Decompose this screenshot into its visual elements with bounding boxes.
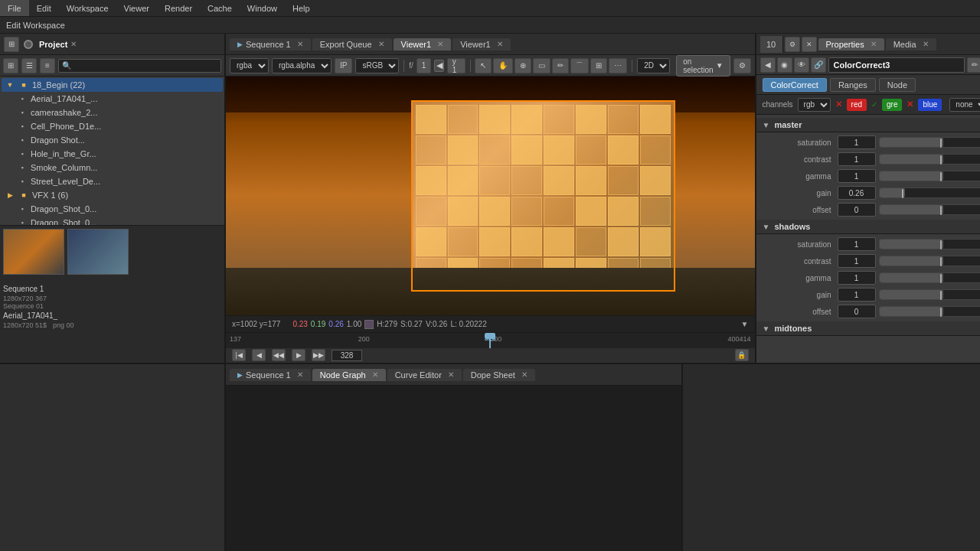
offset-input[interactable] xyxy=(838,203,876,217)
on-selection-btn[interactable]: on selection ▼ xyxy=(676,55,730,77)
tab-viewer1b[interactable]: Viewer1 ✕ xyxy=(452,38,511,51)
menu-workspace[interactable]: Workspace xyxy=(59,0,116,16)
contrast-input[interactable] xyxy=(838,152,876,166)
shadows-contrast-input[interactable] xyxy=(838,254,876,268)
timeline-ruler[interactable]: 137 200 300 400414 328 xyxy=(226,333,755,348)
menu-viewer[interactable]: Viewer xyxy=(116,0,157,16)
shadows-offset-input[interactable] xyxy=(838,305,876,318)
go-start-btn[interactable]: |◀ xyxy=(232,349,246,361)
btab-ds-close[interactable]: ✕ xyxy=(521,370,528,379)
props-icon1[interactable]: ⚙ xyxy=(785,37,800,52)
viewer-content[interactable] xyxy=(226,77,755,315)
gamma-slider[interactable] xyxy=(879,171,980,181)
frame-nav-left[interactable]: ◀ xyxy=(434,60,443,72)
props-back-btn[interactable]: ◀ xyxy=(760,57,776,73)
tab-export-queue[interactable]: Export Queue ✕ xyxy=(312,38,392,51)
view-mode-select[interactable]: 2D xyxy=(637,58,670,73)
ch-x2-btn[interactable]: ✕ xyxy=(906,99,913,109)
tree-root[interactable]: ▼ ■ 18_Begin (22) xyxy=(2,78,223,92)
tool-grid[interactable]: ⊞ xyxy=(590,58,607,73)
section-midtones-header[interactable]: ▼ midtones xyxy=(756,321,980,336)
btab-seq1-close[interactable]: ✕ xyxy=(297,370,303,379)
section-shadows-header[interactable]: ▼ shadows xyxy=(756,220,980,234)
pstab-node[interactable]: Node xyxy=(879,78,916,92)
shadows-offset-slider[interactable] xyxy=(879,306,980,317)
tab-media[interactable]: Media ✕ xyxy=(886,38,936,51)
panel-grid-btn[interactable]: ⊞ xyxy=(4,37,19,52)
play-btn[interactable]: ▶ xyxy=(292,349,305,361)
list-item[interactable]: ▪ Aerial_17A041_... xyxy=(2,92,223,106)
shadows-gamma-slider[interactable] xyxy=(879,272,980,283)
contrast-slider[interactable] xyxy=(879,154,980,165)
tab-seq1-close[interactable]: ✕ xyxy=(297,40,303,48)
tab-viewer1b-close[interactable]: ✕ xyxy=(497,40,503,48)
tab-viewer1a-close[interactable]: ✕ xyxy=(437,40,443,48)
gain-input[interactable] xyxy=(838,186,876,200)
btab-ng-close[interactable]: ✕ xyxy=(372,370,378,379)
menu-file[interactable]: File xyxy=(0,0,29,16)
proj-menu-btn[interactable]: ≡ xyxy=(40,58,55,73)
ip-btn[interactable]: IP xyxy=(335,58,352,73)
btab-nodegraph[interactable]: Node Graph ✕ xyxy=(312,369,386,381)
tab-export-close[interactable]: ✕ xyxy=(378,40,384,48)
list-item[interactable]: ▪ Smoke_Column... xyxy=(2,161,223,174)
btab-ce-close[interactable]: ✕ xyxy=(448,370,454,379)
list-item[interactable]: ▪ Dragon_Shot_0... xyxy=(2,202,223,216)
list-item[interactable]: ▪ Cell_Phone_D1e... xyxy=(2,119,223,133)
saturation-slider[interactable] xyxy=(879,137,980,148)
ch-green-btn[interactable]: gre xyxy=(882,99,902,111)
tab-viewer1a[interactable]: Viewer1 ✕ xyxy=(394,38,452,51)
project-tab[interactable]: Project xyxy=(39,40,67,49)
frame-input[interactable] xyxy=(332,350,362,361)
alpha-select[interactable]: rgba.alpha xyxy=(272,58,332,73)
section-master-header[interactable]: ▼ master xyxy=(756,118,980,132)
menu-cache[interactable]: Cache xyxy=(200,0,240,16)
shadows-saturation-input[interactable] xyxy=(838,237,876,251)
menu-help[interactable]: Help xyxy=(285,0,318,16)
btab-curveeditor[interactable]: Curve Editor ✕ xyxy=(387,369,462,381)
step-back-btn[interactable]: ◀ xyxy=(252,349,266,361)
colorspace-select[interactable]: sRGB xyxy=(355,58,399,73)
menu-edit[interactable]: Edit xyxy=(29,0,59,16)
gamma-input[interactable] xyxy=(838,169,876,183)
tool-arrow[interactable]: ↖ xyxy=(475,58,492,73)
shadows-contrast-slider[interactable] xyxy=(879,256,980,266)
node-name-input[interactable] xyxy=(828,57,965,73)
list-item[interactable]: ▪ Dragon Shot... xyxy=(2,133,223,147)
offset-slider[interactable] xyxy=(879,204,980,215)
props-link-btn[interactable]: 🔗 xyxy=(811,57,826,73)
tab-media-close[interactable]: ✕ xyxy=(923,40,929,48)
tree-vfx-folder[interactable]: ▶ ■ VFX 1 (6) xyxy=(2,188,223,202)
play-fwd-btn[interactable]: ▶▶ xyxy=(312,349,325,361)
shadows-gain-input[interactable] xyxy=(838,288,876,302)
proj-grid-btn[interactable]: ⊞ xyxy=(3,58,18,73)
tl-lock-btn[interactable]: 🔒 xyxy=(735,349,749,361)
tool-zoom[interactable]: ⊕ xyxy=(514,58,531,73)
props-icon2[interactable]: ✕ xyxy=(802,37,817,52)
list-item[interactable]: ▪ Dragon_Shot_0... xyxy=(2,216,223,225)
menu-render[interactable]: Render xyxy=(157,0,200,16)
tab-props-close[interactable]: ✕ xyxy=(871,40,877,48)
ch-blue-btn[interactable]: blue xyxy=(918,99,942,111)
btab-sequence1[interactable]: ▶ Sequence 1 ✕ xyxy=(230,369,311,381)
ch-red-btn[interactable]: red xyxy=(847,99,867,111)
tool-pan[interactable]: ✋ xyxy=(493,58,513,73)
tab-properties[interactable]: Properties ✕ xyxy=(818,38,884,51)
list-item[interactable]: ▪ Street_Level_De... xyxy=(2,174,223,188)
tool-paint[interactable]: ✏ xyxy=(552,58,569,73)
thumb-sequence[interactable] xyxy=(3,229,64,275)
viewer-settings-btn[interactable]: ⚙ xyxy=(733,58,751,73)
shadows-gain-slider[interactable] xyxy=(879,289,980,300)
shadows-saturation-slider[interactable] xyxy=(879,239,980,249)
tool-rect[interactable]: ▭ xyxy=(533,58,550,73)
props-edit-btn[interactable]: ✏ xyxy=(967,57,980,73)
menu-window[interactable]: Window xyxy=(240,0,285,16)
ch-extra-select[interactable]: none xyxy=(949,98,980,112)
pstab-colorcorrect[interactable]: ColorCorrect xyxy=(763,78,827,92)
gain-slider[interactable] xyxy=(879,187,980,198)
shadows-gamma-input[interactable] xyxy=(838,271,876,285)
list-item[interactable]: ▪ Hole_in_the_Gr... xyxy=(2,147,223,161)
props-eye-btn[interactable]: 👁 xyxy=(794,57,809,73)
project-search[interactable] xyxy=(58,59,221,73)
tool-bezier[interactable]: ⌒ xyxy=(570,58,589,73)
